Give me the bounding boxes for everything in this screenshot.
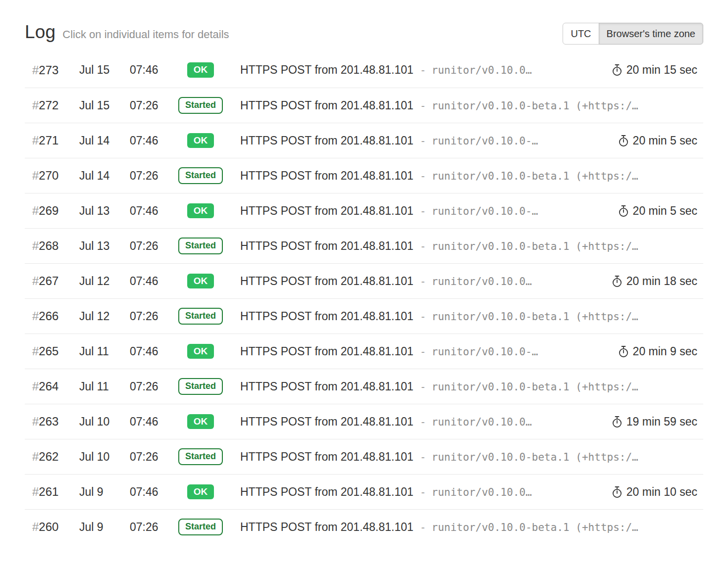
event-number-value: 269 bbox=[39, 204, 58, 217]
separator-dash: - bbox=[420, 346, 426, 358]
event-duration-text: 20 min 5 sec bbox=[633, 134, 697, 147]
event-message: HTTPS POST from 201.48.81.101 bbox=[240, 521, 414, 534]
hash-prefix: # bbox=[32, 134, 39, 147]
status-badge: Started bbox=[178, 308, 223, 325]
hash-prefix: # bbox=[32, 344, 39, 358]
log-row[interactable]: #262 Jul 10 07:26 Started HTTPS POST fro… bbox=[25, 439, 703, 474]
event-message: HTTPS POST from 201.48.81.101 bbox=[240, 275, 414, 288]
event-date: Jul 9 bbox=[79, 521, 130, 534]
log-row[interactable]: #260 Jul 9 07:26 Started HTTPS POST from… bbox=[25, 509, 703, 544]
status-badge-cell: OK bbox=[168, 484, 233, 500]
event-number-value: 265 bbox=[39, 344, 58, 358]
utc-button[interactable]: UTC bbox=[563, 23, 599, 45]
log-row[interactable]: #272 Jul 15 07:26 Started HTTPS POST fro… bbox=[25, 88, 703, 123]
user-agent-text: runitor/v0.10.0-beta.1 (+https:/… bbox=[432, 311, 638, 323]
separator-dash: - bbox=[420, 311, 426, 323]
user-agent-text: runitor/v0.10.0-beta.1 (+https:/… bbox=[432, 170, 638, 182]
event-number-value: 261 bbox=[39, 485, 58, 498]
event-time: 07:26 bbox=[130, 521, 168, 534]
event-number-value: 262 bbox=[39, 450, 58, 463]
status-badge-cell: OK bbox=[168, 62, 233, 78]
event-number: #266 bbox=[25, 309, 79, 323]
event-message: HTTPS POST from 201.48.81.101 bbox=[240, 239, 414, 253]
event-message: HTTPS POST from 201.48.81.101 bbox=[240, 99, 414, 112]
event-number-value: 264 bbox=[39, 380, 58, 393]
stopwatch-icon bbox=[612, 416, 623, 428]
stopwatch-icon bbox=[618, 345, 629, 358]
event-number: #260 bbox=[25, 520, 79, 534]
event-number-value: 267 bbox=[39, 274, 58, 287]
event-date: Jul 15 bbox=[79, 63, 130, 77]
status-badge-cell: Started bbox=[168, 378, 233, 395]
event-date: Jul 13 bbox=[79, 204, 130, 218]
event-time: 07:26 bbox=[130, 450, 168, 464]
event-date: Jul 10 bbox=[79, 415, 130, 429]
event-date: Jul 14 bbox=[79, 169, 130, 183]
event-time: 07:46 bbox=[130, 275, 168, 288]
status-badge: Started bbox=[178, 378, 223, 395]
status-badge: OK bbox=[187, 62, 214, 78]
event-date: Jul 14 bbox=[79, 134, 130, 147]
event-number: #272 bbox=[25, 98, 79, 112]
log-row[interactable]: #270 Jul 14 07:26 Started HTTPS POST fro… bbox=[25, 158, 703, 193]
separator-dash: - bbox=[420, 64, 426, 76]
log-row[interactable]: #266 Jul 12 07:26 Started HTTPS POST fro… bbox=[25, 298, 703, 334]
separator-dash: - bbox=[420, 486, 426, 498]
hash-prefix: # bbox=[32, 98, 39, 112]
event-number-value: 273 bbox=[39, 63, 58, 77]
stopwatch-icon bbox=[612, 275, 623, 287]
event-time: 07:46 bbox=[130, 345, 168, 358]
event-time: 07:46 bbox=[130, 63, 168, 77]
status-badge: Started bbox=[178, 448, 223, 465]
hash-prefix: # bbox=[32, 204, 39, 217]
event-message: HTTPS POST from 201.48.81.101 bbox=[240, 169, 414, 183]
event-number-value: 263 bbox=[39, 415, 58, 428]
title-wrap: Log Click on individual items for detail… bbox=[25, 22, 229, 43]
browser-timezone-button[interactable]: Browser's time zone bbox=[599, 23, 703, 45]
event-number-value: 266 bbox=[39, 309, 58, 323]
event-description: HTTPS POST from 201.48.81.101 - runitor/… bbox=[233, 204, 611, 218]
event-duration: 20 min 18 sec bbox=[612, 275, 703, 288]
status-badge-cell: OK bbox=[168, 274, 233, 289]
event-date: Jul 13 bbox=[79, 239, 130, 253]
event-number: #268 bbox=[25, 239, 79, 253]
event-number-value: 271 bbox=[39, 134, 58, 147]
status-badge-cell: OK bbox=[168, 203, 233, 219]
event-duration-text: 20 min 9 sec bbox=[633, 345, 697, 358]
status-badge: OK bbox=[187, 203, 214, 219]
log-row[interactable]: #261 Jul 9 07:46 OK HTTPS POST from 201.… bbox=[25, 474, 703, 509]
log-row[interactable]: #264 Jul 11 07:26 Started HTTPS POST fro… bbox=[25, 369, 703, 404]
separator-dash: - bbox=[420, 522, 426, 533]
stopwatch-icon bbox=[612, 486, 623, 498]
event-number: #267 bbox=[25, 274, 79, 288]
event-number-value: 272 bbox=[39, 98, 58, 112]
event-number: #271 bbox=[25, 134, 79, 147]
event-number: #261 bbox=[25, 485, 79, 499]
event-number-value: 268 bbox=[39, 239, 58, 252]
user-agent-text: runitor/v0.10.0-… bbox=[432, 346, 538, 358]
status-badge: Started bbox=[178, 167, 223, 184]
event-time: 07:46 bbox=[130, 415, 168, 429]
log-row[interactable]: #267 Jul 12 07:46 OK HTTPS POST from 201… bbox=[25, 263, 703, 298]
hash-prefix: # bbox=[32, 274, 39, 287]
event-description: HTTPS POST from 201.48.81.101 - runitor/… bbox=[233, 134, 611, 147]
event-date: Jul 15 bbox=[79, 99, 130, 112]
event-number: #263 bbox=[25, 415, 79, 429]
log-row[interactable]: #268 Jul 13 07:26 Started HTTPS POST fro… bbox=[25, 228, 703, 263]
event-date: Jul 12 bbox=[79, 310, 130, 323]
log-row[interactable]: #273 Jul 15 07:46 OK HTTPS POST from 201… bbox=[25, 52, 703, 88]
log-row[interactable]: #269 Jul 13 07:46 OK HTTPS POST from 201… bbox=[25, 193, 703, 228]
event-date: Jul 9 bbox=[79, 485, 130, 499]
log-row[interactable]: #271 Jul 14 07:46 OK HTTPS POST from 201… bbox=[25, 123, 703, 158]
log-row[interactable]: #265 Jul 11 07:46 OK HTTPS POST from 201… bbox=[25, 334, 703, 369]
event-description: HTTPS POST from 201.48.81.101 - runitor/… bbox=[233, 310, 703, 323]
event-duration: 20 min 15 sec bbox=[612, 63, 703, 77]
event-number: #270 bbox=[25, 169, 79, 183]
status-badge: OK bbox=[187, 133, 214, 148]
status-badge: OK bbox=[187, 274, 214, 289]
user-agent-text: runitor/v0.10.0-beta.1 (+https:/… bbox=[432, 522, 638, 533]
event-duration: 19 min 59 sec bbox=[612, 415, 703, 429]
log-row[interactable]: #263 Jul 10 07:46 OK HTTPS POST from 201… bbox=[25, 404, 703, 439]
event-message: HTTPS POST from 201.48.81.101 bbox=[240, 204, 414, 218]
status-badge-cell: Started bbox=[168, 97, 233, 114]
